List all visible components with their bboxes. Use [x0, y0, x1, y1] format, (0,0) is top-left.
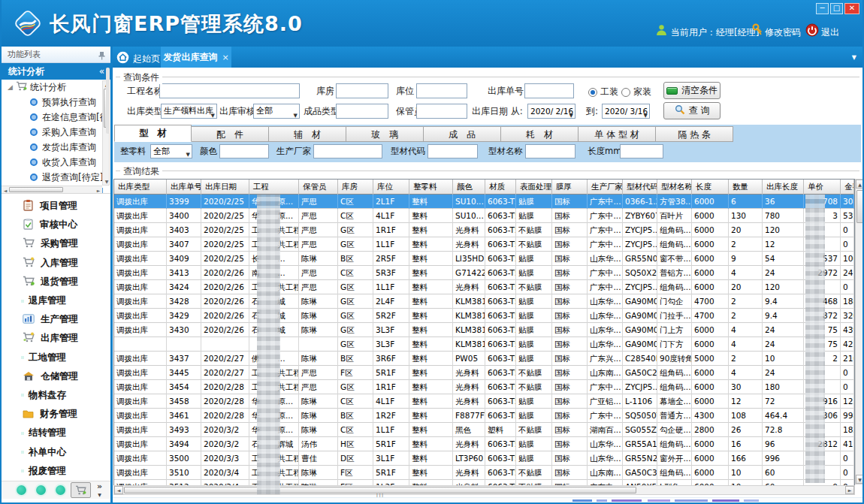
column-header[interactable]: 材质 [485, 180, 516, 195]
minimize-button[interactable]: ─ [816, 3, 829, 14]
column-header[interactable]: 颜色 [453, 180, 485, 195]
column-header[interactable]: 单价 [804, 180, 841, 195]
column-header[interactable]: 长度 [692, 180, 729, 195]
outbound-audit-select[interactable]: 全部▼ [253, 104, 300, 119]
keeper-input[interactable] [416, 104, 467, 119]
column-header[interactable]: 表面处理 [516, 180, 552, 195]
order-no-input[interactable] [524, 83, 574, 98]
sidebar-item[interactable]: 财务管理 [2, 405, 110, 424]
tree-item[interactable]: 发货出库查询 [2, 140, 110, 155]
column-header[interactable]: 库位 [373, 180, 409, 195]
tree-item[interactable]: 采购入库查询 [2, 125, 110, 140]
length-input[interactable] [620, 144, 663, 158]
tabbar-caret-icon[interactable]: ▼ [852, 54, 856, 61]
column-header[interactable]: 膜厚 [552, 180, 588, 195]
table-row[interactable]: 调拨出库35102020/3/4工共工程陈琳F区5R1F整料光身料6063-T5… [114, 466, 854, 480]
table-row[interactable]: 调拨出库34452020/2/27工共工程严思F区5R1F整料光身料6063-T… [114, 366, 854, 380]
material-tab[interactable]: 辅 材 [269, 126, 346, 142]
table-row[interactable]: 调拨出库34282020/2/26石城陈琳G区2L4F整料KLM38176063… [114, 294, 854, 309]
maximize-button[interactable]: □ [830, 3, 843, 14]
date-to-select[interactable]: 2020/ 3/16▼ [602, 104, 650, 119]
whole-select[interactable]: 全部▼ [150, 144, 192, 158]
sidebar-item[interactable]: 采购管理 [2, 234, 110, 253]
project-name-input[interactable] [159, 83, 300, 98]
sidebar-item[interactable]: 项目管理 [2, 197, 110, 216]
sidebar-item[interactable]: 结转管理 [2, 424, 110, 442]
table-row[interactable]: 调拨出库34002020/2/25华原...严思C区4L1F整料SU10...6… [114, 209, 854, 223]
clear-conditions-button[interactable]: 清空条件 [663, 82, 721, 99]
material-tab[interactable]: 玻 璃 [346, 126, 424, 142]
tree-item[interactable]: 在途信息查询[待 [2, 110, 110, 125]
table-row[interactable]: 调拨出库34302020/2/26石城陈琳G区3L3F整料KLM38176063… [114, 323, 854, 337]
column-header[interactable]: 数量 [729, 180, 763, 195]
product-type-input[interactable] [336, 104, 388, 119]
table-row[interactable]: 调拨出库34582020/2/28华原...陈琳C区4L1F整料光身料6063-… [114, 394, 854, 409]
outbound-type-select[interactable]: 生产领料出库▼ [161, 104, 217, 119]
tree-item[interactable]: 收货入库查询 [2, 155, 110, 170]
sidebar-item[interactable]: 工地管理 [2, 349, 110, 367]
sidebar-item[interactable]: 退库管理 [2, 291, 110, 310]
tree-root-statistics[interactable]: ◢ 统计分析 [2, 80, 110, 95]
table-row[interactable]: 调拨出库34372020/2/27佛...陈琳B区3R6F整料PW056063-… [114, 352, 854, 366]
search-button[interactable]: 查 询 [663, 102, 721, 119]
sidebar-item[interactable]: 补单中心 [2, 442, 110, 461]
column-header[interactable]: 出库单号 [167, 180, 201, 195]
table-row[interactable]: 调拨出库34942020/3/2石辉城汤伟H区5R1F整料光身料6063-T5贴… [114, 437, 854, 451]
column-header[interactable]: 工程 [249, 180, 299, 195]
date-from-select[interactable]: 2020/ 2/16▼ [527, 104, 575, 119]
material-tab[interactable]: 单 体 型 材 [579, 126, 656, 142]
table-row[interactable]: 调拨出库34032020/2/25工共工程严思G区1R1F整料光身料6063-T… [114, 223, 854, 237]
material-tab[interactable]: 耗 材 [501, 126, 579, 142]
table-row[interactable]: 调拨出库34292020/2/26石城陈琳G区5R2F整料KLM38176063… [114, 309, 854, 323]
table-row[interactable]: 调拨出库34612020/2/28华原...陈琳B区1R2F整料F8877FT6… [114, 409, 854, 423]
column-header[interactable]: 库房 [338, 180, 373, 195]
column-header[interactable]: 出库类型 [114, 180, 167, 195]
tree-expander-icon[interactable]: ◢ [8, 83, 13, 91]
tab-shipment-outbound-query[interactable]: 发货出库查询 × [161, 47, 231, 68]
color-input[interactable] [219, 144, 269, 158]
table-row[interactable]: 调拨出库35002020/3/3工共工程曹佳D区3L1F整料LT3P606063… [114, 451, 854, 466]
footer-more-button[interactable]: »▼ [97, 482, 102, 499]
footer-dot-icon[interactable] [56, 485, 65, 495]
column-header[interactable]: 出库日期 [201, 180, 249, 195]
footer-cart-button[interactable] [71, 482, 91, 498]
sidebar-section-statistics[interactable]: 统计分析 « [2, 63, 110, 80]
sidebar-item[interactable]: 物料盘存 [2, 386, 110, 405]
column-header[interactable]: 出库长度 [763, 180, 804, 195]
close-button[interactable]: ✕ [844, 3, 859, 14]
tab-close-icon[interactable]: × [222, 53, 228, 62]
sidebar-item[interactable]: 生产管理 [2, 310, 110, 329]
sidebar-item[interactable]: 仓储管理 [2, 367, 110, 386]
radio-gongzhuang[interactable]: 工装 [588, 86, 618, 98]
footer-dot-icon[interactable] [36, 485, 46, 495]
sidebar-item[interactable]: 报废管理 [2, 462, 110, 481]
tree-item[interactable]: 预算执行查询 [2, 95, 110, 110]
maker-input[interactable] [313, 144, 382, 158]
sidebar-item[interactable]: 退货管理 [2, 273, 110, 291]
collapse-icon[interactable]: « [99, 63, 104, 80]
table-row[interactable]: 调拨出库34072020/2/25工共工程严思G区1L1F整料光身料6063-T… [114, 237, 854, 252]
column-header[interactable]: 型材代码 [623, 180, 657, 195]
table-row[interactable]: G区3L3F整料KLM38176063-T5贴膜国标山东华...GA90M09.… [114, 337, 854, 352]
table-row[interactable]: 调拨出库33992020/2/25华原...严思C区2L1F整料SU10...6… [114, 195, 854, 209]
tree-item[interactable]: 退货查询[待定] [2, 170, 110, 185]
column-header[interactable]: 金额 [841, 180, 854, 195]
menu-scrollbar[interactable] [106, 68, 110, 134]
column-header[interactable]: 整零料 [409, 180, 453, 195]
change-password-link[interactable]: 修改密码 [765, 26, 801, 39]
material-tab[interactable]: 配 件 [192, 126, 269, 142]
sidebar-item[interactable]: 入库管理 [2, 254, 110, 273]
table-row[interactable]: 调拨出库34542020/2/28工共工程严思G区1R1F整料光身料6063-T… [114, 380, 854, 394]
tab-home[interactable]: 起始页 [116, 50, 160, 68]
table-row[interactable]: 调拨出库34242020/2/26工共工程严思G区1L1F整料光身料6063-T… [114, 280, 854, 294]
logout-button[interactable]: 退出 [821, 26, 839, 39]
profile-name-input[interactable] [525, 144, 575, 158]
column-header[interactable]: 型材名称 [657, 180, 692, 195]
material-tab[interactable]: 型 材 [114, 125, 192, 142]
table-row[interactable]: 调拨出库34132020/2/26南...严思C区5R3F整料G71422606… [114, 266, 854, 280]
material-tab[interactable]: 成 品 [424, 126, 501, 142]
material-tab[interactable]: 隔 热 条 [656, 126, 733, 142]
table-row[interactable]: 调拨出库34092020/2/25长...陈琳B区2R5F整料LI35HD606… [114, 252, 854, 266]
location-input[interactable] [416, 83, 467, 98]
table-row[interactable]: 调拨出库34932020/3/2华原...陈琳C区1L1F整料黑色塑料不贴膜国标… [114, 423, 854, 437]
